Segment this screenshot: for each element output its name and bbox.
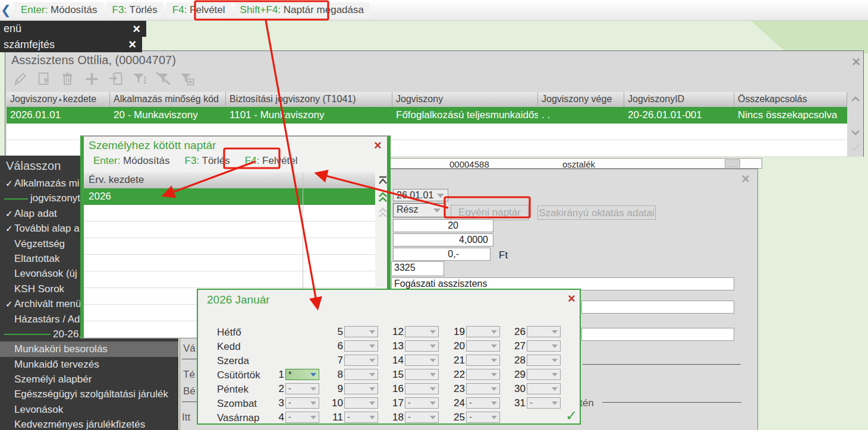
- day-type-dropdown-25[interactable]: -: [466, 412, 500, 423]
- close-icon[interactable]: ×: [374, 138, 382, 153]
- add-plus-icon[interactable]: [84, 71, 100, 87]
- filter-clear-icon[interactable]: [155, 71, 171, 87]
- confirm-check-icon[interactable]: ✓: [565, 407, 577, 424]
- filter-icon[interactable]: [131, 71, 147, 87]
- column-header-3[interactable]: Jogviszony: [392, 92, 538, 107]
- row-cell-6[interactable]: Nincs összekapcsolva: [734, 107, 847, 124]
- day-type-dropdown-13[interactable]: [405, 340, 439, 352]
- empty-field-1[interactable]: [581, 301, 734, 314]
- validity-column-header[interactable]: Érv. kezdete: [84, 172, 375, 188]
- close-icon[interactable]: ×: [741, 170, 750, 187]
- day-type-dropdown-16[interactable]: [405, 383, 439, 394]
- day-type-dropdown-26[interactable]: [527, 326, 561, 337]
- day-type-dropdown-22[interactable]: [466, 369, 500, 380]
- calendar-year-row[interactable]: 2026: [84, 188, 375, 205]
- back-chevron-icon[interactable]: ❮: [1, 3, 11, 17]
- confirm-check-icon[interactable]: [851, 143, 860, 151]
- daily-hours-field[interactable]: 4,0000: [393, 233, 493, 246]
- edit-document-icon[interactable]: [36, 71, 52, 87]
- day-type-dropdown-19[interactable]: [466, 326, 500, 337]
- individual-calendar-button[interactable]: Egyéni naptár: [451, 205, 529, 220]
- column-header-4[interactable]: Jogviszony vége: [538, 92, 624, 107]
- day-type-dropdown-29[interactable]: [527, 369, 561, 380]
- day-type-dropdown-3[interactable]: -: [285, 397, 319, 409]
- sidebar-item-13[interactable]: Személyi alapbér: [0, 372, 178, 387]
- day-type-dropdown-21[interactable]: [466, 355, 500, 366]
- day-number: 2: [266, 383, 284, 395]
- hint-button-enter[interactable]: Enter: Módosítás: [15, 2, 103, 18]
- day-type-dropdown-28[interactable]: [527, 355, 561, 366]
- day-type-dropdown-4[interactable]: -: [285, 412, 319, 423]
- day-type-dropdown-11[interactable]: -: [344, 412, 378, 423]
- close-icon[interactable]: ×: [128, 39, 136, 50]
- hint-button-f4[interactable]: F4: Felvétel: [166, 2, 231, 18]
- day-type-dropdown-15[interactable]: [405, 369, 439, 380]
- column-header-6[interactable]: Összekapcsolás: [734, 92, 847, 107]
- delete-trash-icon[interactable]: [60, 71, 76, 87]
- day-type-dropdown-17[interactable]: -: [405, 397, 439, 409]
- row-cell-0[interactable]: 2026.01.01: [7, 107, 110, 124]
- sidebar-item-16[interactable]: Kedvezményes járulékfizetés: [0, 417, 178, 430]
- day-type-dropdown-10[interactable]: [344, 397, 378, 409]
- day-type-dropdown-7[interactable]: [344, 355, 378, 366]
- hint-button-shiftf4[interactable]: Shift+F4: Naptár megadása: [234, 2, 370, 18]
- table-scrollbar[interactable]: [847, 92, 863, 157]
- day-number: 30: [508, 383, 526, 395]
- scroll-up-faded-icon[interactable]: [378, 207, 388, 219]
- row-cell-2[interactable]: 1101 - Munkaviszony: [226, 107, 392, 124]
- vocational-training-button[interactable]: Szakirányú oktatás adatai: [537, 205, 656, 220]
- column-header-2[interactable]: Biztosítási jogviszony (T1041): [226, 92, 392, 107]
- close-icon[interactable]: ×: [133, 23, 140, 35]
- column-header-5[interactable]: JogviszonyID: [624, 92, 734, 107]
- column-header-0[interactable]: Jogviszony▲kezdete: [7, 92, 110, 107]
- sidebar-item-11[interactable]: Munkaköri besorolás: [0, 342, 178, 356]
- row-cell-1[interactable]: 20 - Munkaviszony: [110, 107, 226, 124]
- sidebar-item-14[interactable]: Egészségügyi szolgáltatási járulék: [0, 387, 178, 401]
- hint-button-f4[interactable]: F4: Felvétel: [239, 153, 304, 169]
- validity-date-dropdown[interactable]: 26.01.01: [393, 189, 448, 201]
- day-type-dropdown-1[interactable]: *: [285, 369, 319, 380]
- page-up-icon[interactable]: [378, 191, 388, 203]
- day-type-dropdown-27[interactable]: [527, 340, 561, 352]
- day-type-dropdown-9[interactable]: [344, 383, 378, 394]
- day-type-dropdown-2[interactable]: -: [285, 383, 319, 394]
- edit-pencil-icon[interactable]: [12, 71, 29, 87]
- employment-type-dropdown[interactable]: Rész: [393, 203, 445, 217]
- row-cell-5[interactable]: 20-26.01.01-001: [624, 107, 734, 124]
- hint-button-enter[interactable]: Enter: Módosítás: [87, 153, 176, 169]
- filter-add-icon[interactable]: [179, 71, 195, 87]
- close-icon[interactable]: ×: [852, 53, 860, 70]
- empty-field-2[interactable]: [581, 328, 734, 341]
- column-header-1[interactable]: Alkalmazás minőség kód: [110, 92, 226, 107]
- sidebar-item-15[interactable]: Levonások: [0, 402, 178, 417]
- scroll-down-icon[interactable]: [851, 129, 860, 136]
- scroll-up-icon[interactable]: [851, 96, 860, 103]
- sidebar-item-label: Levonások (új: [14, 268, 77, 279]
- hours-field[interactable]: 20: [393, 219, 493, 232]
- row-cell-4[interactable]: . .: [538, 107, 624, 124]
- day-type-dropdown-8[interactable]: [344, 369, 378, 380]
- amount-field[interactable]: 0,-: [393, 248, 490, 261]
- day-type-dropdown-24[interactable]: -: [466, 397, 500, 409]
- row-cell-3[interactable]: Főfoglalkozású teljesmunkaidős: [392, 107, 538, 124]
- day-type-dropdown-31[interactable]: -: [527, 397, 561, 409]
- day-type-dropdown-20[interactable]: [466, 340, 500, 352]
- sidebar-item-12[interactable]: Munkaidő tervezés: [0, 357, 178, 372]
- day-type-dropdown-30[interactable]: [527, 383, 561, 394]
- import-document-icon[interactable]: [108, 71, 124, 87]
- close-icon[interactable]: ×: [568, 291, 575, 306]
- table-row[interactable]: 2026.01.0120 - Munkaviszony1101 - Munkav…: [7, 107, 847, 124]
- hint-button-f3[interactable]: F3: Törlés: [106, 2, 163, 18]
- scroll-top-icon[interactable]: [378, 176, 388, 185]
- day-number: 10: [325, 397, 343, 409]
- day-type-dropdown-12[interactable]: [405, 326, 439, 337]
- day-type-dropdown-23[interactable]: [466, 383, 500, 394]
- green-dash-line: [4, 334, 51, 335]
- hint-button-f3[interactable]: F3: Törlés: [179, 153, 236, 169]
- day-type-dropdown-5[interactable]: [344, 326, 378, 337]
- feor-code-field[interactable]: 3325: [391, 261, 444, 276]
- day-type-dropdown-14[interactable]: [405, 355, 439, 366]
- day-type-dropdown-6[interactable]: [344, 340, 378, 352]
- day-number: 4: [266, 412, 284, 423]
- day-type-dropdown-18[interactable]: -: [405, 412, 439, 423]
